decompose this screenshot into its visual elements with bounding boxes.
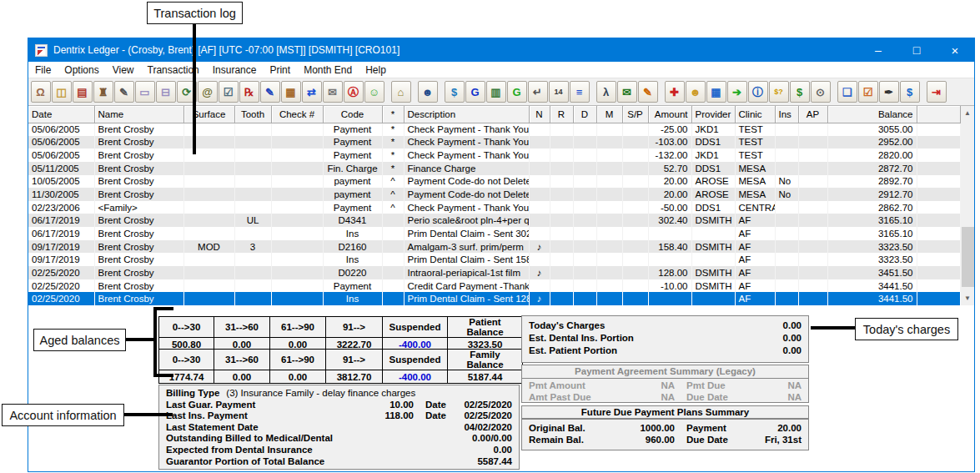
scroll-thumb[interactable] — [962, 227, 974, 287]
transaction-row[interactable]: 05/11/2005Brent CrosbyFin. Charge*Financ… — [28, 162, 960, 175]
toolbar-walkout-statement-button[interactable]: ↵ — [528, 81, 548, 103]
transaction-row[interactable]: 06/17/2019Brent CrosbyInsPrim Dental Cla… — [28, 227, 960, 240]
column-header-d[interactable]: D — [573, 106, 596, 123]
column-header-clinic[interactable]: Clinic — [735, 106, 775, 123]
billing-type-value: (3) Insurance Family - delay finance cha… — [219, 388, 512, 400]
transaction-row[interactable]: 02/25/2020Brent CrosbyPaymentCredit Card… — [28, 279, 960, 293]
toolbar-family-file-button[interactable]: ◫ — [52, 81, 72, 103]
column-header-tooth[interactable]: Tooth — [234, 106, 271, 123]
column-header-name[interactable]: Name — [94, 106, 183, 123]
toolbar-fee-inquiry-button[interactable]: $? — [769, 81, 789, 103]
column-header-provider[interactable]: Provider — [691, 106, 735, 123]
toolbar-practice-analysis-button[interactable]: ⌂ — [391, 81, 411, 103]
transaction-row[interactable]: 02/25/2020Brent CrosbyD0220Intraoral-per… — [28, 266, 960, 279]
toolbar-signature-button[interactable]: ✒ — [879, 81, 899, 103]
cell-ins — [775, 292, 798, 305]
toolbar-family-billing-button[interactable]: $ — [790, 81, 810, 103]
column-header-balance[interactable]: Balance — [827, 106, 917, 123]
menu-item-options[interactable]: Options — [58, 63, 105, 78]
menu-item-transaction[interactable]: Transaction — [141, 63, 206, 78]
toolbar-prescriptions-button[interactable]: ℞ — [239, 81, 259, 103]
toolbar-medical-alerts-button[interactable]: ✚ — [665, 81, 685, 103]
toolbar-mailbox-button[interactable]: ✉ — [323, 81, 343, 103]
toolbar-document-center-button[interactable]: ▦ — [281, 81, 301, 103]
column-header-ins[interactable]: Ins — [775, 106, 798, 123]
toolbar-ins-claim-info-button[interactable]: ▦ — [706, 81, 726, 103]
column-header-check-[interactable]: Check # — [271, 106, 323, 123]
transaction-row[interactable]: 05/06/2005Brent CrosbyPayment*Check Paym… — [28, 123, 960, 136]
menu-item-insurance[interactable]: Insurance — [206, 63, 264, 78]
toolbar-patient-picture-button[interactable]: ☻ — [418, 81, 438, 103]
cell-ap — [798, 201, 827, 214]
transaction-row[interactable]: 09/17/2019Brent CrosbyInsPrim Dental Cla… — [28, 253, 960, 266]
cell-ap — [798, 253, 827, 266]
column-header-ap[interactable]: AP — [798, 106, 827, 123]
close-button[interactable]: × — [936, 38, 974, 62]
toolbar-ins-today-calendar-button[interactable]: 14 — [549, 81, 569, 103]
menu-item-help[interactable]: Help — [359, 63, 393, 78]
cell-ins: No — [775, 188, 798, 201]
toolbar-exit-button[interactable]: ⇥ — [927, 81, 947, 103]
toolbar-treatment-planner-button[interactable]: ✎ — [260, 81, 280, 103]
toolbar-ins-aging-button[interactable]: ≡ — [570, 81, 590, 103]
menu-item-month-end[interactable]: Month End — [297, 63, 359, 78]
transaction-table-region: DateNameSurfaceToothCheck #Code*Descript… — [28, 106, 974, 305]
toolbar-group: λ✉✎ — [596, 81, 658, 103]
toolbar-family-alert-button[interactable]: ✎ — [638, 81, 658, 103]
transaction-row[interactable]: 02/25/2020Brent CrosbyInsPrim Dental Cla… — [28, 292, 960, 305]
patient-aged-balances-table: 0-->3031-->6061-->9091-->SuspendedPatien… — [158, 316, 523, 351]
scroll-down-button[interactable]: ▼ — [961, 291, 975, 305]
column-header-code[interactable]: Code — [323, 106, 382, 123]
toolbar-guarantor-walkout-button[interactable]: λ — [596, 81, 616, 103]
transaction-row[interactable]: 02/23/2006<Family>Payment^Check Payment … — [28, 201, 960, 214]
toolbar-perio-chart-button[interactable]: ✎ — [114, 81, 134, 103]
transaction-row[interactable]: 05/06/2005Brent CrosbyPayment*Check Paym… — [28, 148, 960, 162]
menu-item-file[interactable]: File — [28, 63, 58, 78]
toolbar-office-manager-button[interactable]: ♜ — [93, 81, 113, 103]
toolbar-patient-chart-button[interactable]: Ω — [31, 81, 51, 103]
transaction-row[interactable]: 09/17/2019Brent CrosbyMOD3D2160Amalgam-3… — [28, 240, 960, 254]
vertical-scrollbar[interactable]: ▲ ▼ — [961, 106, 975, 305]
column-header-m[interactable]: M — [596, 106, 622, 123]
transaction-row[interactable]: 06/17/2019Brent CrosbyULD4341Perio scale… — [28, 214, 960, 227]
transaction-row[interactable]: 10/05/2005Brent Crosbypayment^Payment Co… — [28, 175, 960, 189]
toolbar-blank-card-button[interactable]: ▭ — [135, 81, 155, 103]
maximize-button[interactable]: □ — [897, 38, 936, 62]
column-header-r[interactable]: R — [550, 106, 573, 123]
toolbar-quick-letters-button[interactable]: Ⓐ — [344, 81, 364, 103]
scroll-up-button[interactable]: ▲ — [961, 106, 975, 120]
toolbar-patient-card-button[interactable]: ⊟ — [156, 81, 176, 103]
column-header-amount[interactable]: Amount — [648, 106, 691, 123]
toolbar-patient-alerts-button[interactable]: ☻ — [686, 81, 706, 103]
minimize-button[interactable]: – — [859, 38, 897, 62]
cell-check- — [271, 148, 323, 162]
toolbar-consent-forms-button[interactable]: ☑ — [858, 81, 878, 103]
toolbar-fast-checkout-button[interactable]: ▥ — [486, 81, 506, 103]
toolbar-ledger-history-button[interactable]: ❏ — [837, 81, 857, 103]
toolbar-electronic-billing-button[interactable]: G — [507, 81, 527, 103]
menu-item-view[interactable]: View — [106, 63, 141, 78]
toolbar-office-journal-button[interactable]: ☺ — [364, 81, 384, 103]
transaction-row[interactable]: 05/06/2005Brent CrosbyPayment*Check Paym… — [28, 136, 960, 149]
toolbar-payment-exchange-button[interactable]: $ — [445, 81, 465, 103]
toolbar-patient-info-button[interactable]: ⓘ — [748, 81, 768, 103]
column-header--[interactable]: * — [382, 106, 404, 123]
transaction-row[interactable]: 11/30/2005Brent Crosbypayment^Payment Co… — [28, 188, 960, 201]
menu-item-print[interactable]: Print — [263, 63, 297, 78]
toolbar-send-claim-button[interactable]: ➔ — [727, 81, 747, 103]
column-header-surface[interactable]: Surface — [183, 106, 234, 123]
column-header-description[interactable]: Description — [404, 106, 529, 123]
toolbar-appointment-book-button[interactable]: ▤ — [73, 81, 93, 103]
cell-n — [529, 188, 550, 201]
column-header-blank[interactable] — [917, 106, 960, 123]
toolbar-questionnaire-button[interactable]: ☑ — [219, 81, 239, 103]
toolbar-email-button[interactable]: @ — [198, 81, 218, 103]
toolbar-payment-transfer-button[interactable]: ⇄ — [302, 81, 322, 103]
column-header-date[interactable]: Date — [28, 106, 94, 123]
toolbar-payment-plan-clock-button[interactable]: ⊙ — [811, 81, 831, 103]
column-header-s-p[interactable]: S/P — [622, 106, 648, 123]
toolbar-ins-payment-button[interactable]: $ — [900, 81, 920, 103]
toolbar-billing-statement-button[interactable]: ✉ — [617, 81, 637, 103]
column-header-n[interactable]: N — [529, 106, 550, 123]
toolbar-guru-calendar-button[interactable]: G — [465, 81, 485, 103]
